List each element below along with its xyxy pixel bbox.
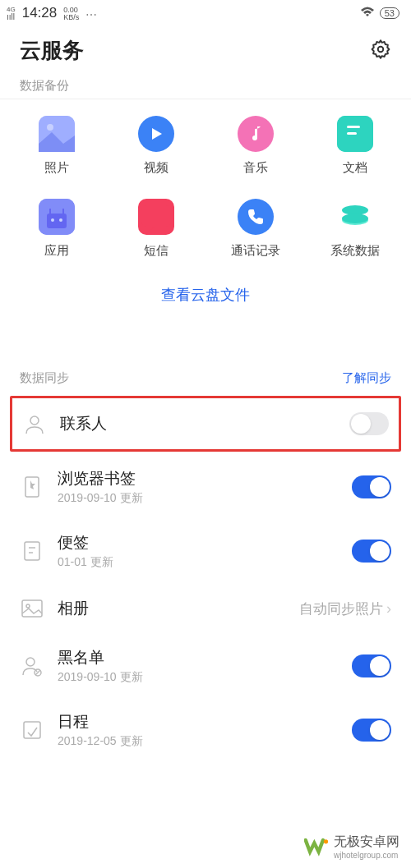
backup-label: 应用 xyxy=(44,243,69,259)
svg-rect-12 xyxy=(141,205,171,227)
contacts-icon xyxy=(22,411,47,436)
backup-item-call[interactable]: 通话记录 xyxy=(206,199,305,259)
blacklist-icon xyxy=(20,654,44,678)
svg-point-15 xyxy=(342,214,368,223)
row-title: 浏览器书签 xyxy=(58,468,339,489)
svg-rect-4 xyxy=(347,126,360,128)
battery-icon: 53 xyxy=(380,7,399,19)
watermark: 无极安卓网 wjhotelgroup.com xyxy=(304,834,399,860)
backup-label: 系统数据 xyxy=(330,243,380,259)
settings-button[interactable] xyxy=(370,39,391,63)
album-icon xyxy=(20,596,44,621)
signal-icon: 4G ııll xyxy=(7,7,16,21)
row-content: 黑名单 2019-09-10 更新 xyxy=(58,647,339,685)
row-content: 相册 xyxy=(58,598,286,619)
row-content: 便签 01-01 更新 xyxy=(58,532,339,570)
backup-item-doc[interactable]: 文档 xyxy=(305,116,404,176)
phone-icon xyxy=(238,199,274,235)
backup-label: 照片 xyxy=(44,160,69,176)
network-speed: 0.00 KB/s xyxy=(63,7,79,21)
backup-label: 文档 xyxy=(343,160,367,176)
chevron-right-icon: › xyxy=(386,600,391,618)
notes-toggle[interactable] xyxy=(352,540,391,563)
backup-grid: 照片 视频 音乐 文档 应用 短信 通话记录 xyxy=(0,99,411,265)
backup-item-app[interactable]: 应用 xyxy=(7,199,106,259)
contacts-toggle[interactable] xyxy=(349,412,389,435)
svg-point-16 xyxy=(30,416,39,425)
backup-item-system[interactable]: 系统数据 xyxy=(305,199,404,259)
backup-item-sms[interactable]: 短信 xyxy=(106,199,206,259)
sms-icon xyxy=(138,199,174,235)
svg-point-8 xyxy=(51,218,54,222)
svg-point-2 xyxy=(47,124,53,131)
sync-row-blacklist[interactable]: 黑名单 2019-09-10 更新 xyxy=(10,634,401,698)
backup-section-title: 数据备份 xyxy=(0,75,411,94)
backup-item-photo[interactable]: 照片 xyxy=(7,116,106,176)
svg-rect-18 xyxy=(25,542,39,560)
bookmarks-toggle[interactable] xyxy=(352,475,391,498)
row-title: 便签 xyxy=(58,532,339,553)
backup-label: 通话记录 xyxy=(231,243,280,259)
sync-row-contacts[interactable]: 联系人 xyxy=(10,396,401,452)
row-subtitle: 2019-09-10 更新 xyxy=(58,491,339,506)
row-title: 日程 xyxy=(58,711,339,733)
row-content: 联系人 xyxy=(60,413,336,434)
status-left: 4G ııll 14:28 0.00 KB/s ⋯ xyxy=(7,5,98,21)
calendar-toggle[interactable] xyxy=(352,719,391,742)
calendar-icon xyxy=(20,718,44,742)
learn-sync-link[interactable]: 了解同步 xyxy=(342,370,391,386)
svg-point-0 xyxy=(378,46,384,52)
video-icon xyxy=(138,116,174,152)
svg-point-27 xyxy=(324,839,328,843)
sync-row-album[interactable]: 相册 自动同步照片 › xyxy=(10,583,401,634)
document-icon xyxy=(337,116,373,152)
view-cloud-files-link[interactable]: 查看云盘文件 xyxy=(0,265,411,331)
svg-point-23 xyxy=(26,658,35,666)
watermark-text: 无极安卓网 wjhotelgroup.com xyxy=(334,834,399,860)
svg-rect-5 xyxy=(347,132,357,135)
svg-point-9 xyxy=(59,218,62,222)
wifi-icon xyxy=(360,7,375,21)
header: 云服务 xyxy=(0,23,411,75)
blacklist-toggle[interactable] xyxy=(352,654,391,677)
row-content: 日程 2019-12-05 更新 xyxy=(58,711,339,749)
svg-rect-26 xyxy=(24,722,40,738)
row-title: 联系人 xyxy=(60,413,336,434)
music-icon xyxy=(238,116,274,152)
backup-item-video[interactable]: 视频 xyxy=(106,116,206,176)
row-title: 相册 xyxy=(58,598,286,619)
svg-point-22 xyxy=(26,604,30,608)
photo-icon xyxy=(39,116,75,152)
backup-label: 音乐 xyxy=(243,160,268,176)
status-right: 53 xyxy=(360,7,399,21)
backup-item-music[interactable]: 音乐 xyxy=(206,116,305,176)
svg-rect-21 xyxy=(22,600,42,617)
more-dots: ⋯ xyxy=(85,8,98,21)
album-action: 自动同步照片 › xyxy=(299,599,391,618)
row-content: 浏览器书签 2019-09-10 更新 xyxy=(58,468,339,506)
page-title: 云服务 xyxy=(20,36,84,65)
sync-section-title: 数据同步 xyxy=(20,370,69,386)
row-subtitle: 2019-12-05 更新 xyxy=(58,734,339,749)
row-subtitle: 2019-09-10 更新 xyxy=(58,670,339,685)
svg-rect-7 xyxy=(47,214,67,228)
status-bar: 4G ııll 14:28 0.00 KB/s ⋯ 53 xyxy=(0,0,411,23)
clock: 14:28 xyxy=(22,5,58,21)
system-icon xyxy=(337,199,373,235)
row-subtitle: 01-01 更新 xyxy=(58,555,339,570)
sync-row-calendar[interactable]: 日程 2019-12-05 更新 xyxy=(10,698,401,762)
backup-label: 视频 xyxy=(144,160,169,176)
sync-row-notes[interactable]: 便签 01-01 更新 xyxy=(10,519,401,583)
app-icon xyxy=(39,199,75,235)
sync-row-bookmarks[interactable]: 浏览器书签 2019-09-10 更新 xyxy=(10,455,401,519)
row-title: 黑名单 xyxy=(58,647,339,668)
notes-icon xyxy=(20,539,44,563)
gear-icon xyxy=(370,39,391,60)
backup-label: 短信 xyxy=(144,243,169,259)
sync-header: 数据同步 了解同步 xyxy=(0,331,411,396)
watermark-logo-icon xyxy=(304,836,329,857)
bookmark-icon xyxy=(20,475,44,499)
sync-list: 联系人 浏览器书签 2019-09-10 更新 便签 01-01 更新 相册 xyxy=(0,396,411,762)
